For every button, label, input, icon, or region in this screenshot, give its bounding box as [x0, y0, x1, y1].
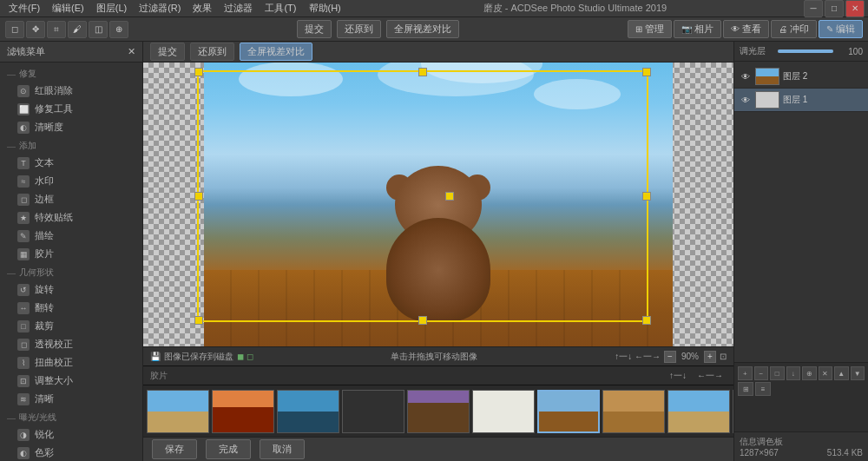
- filmstrip-thumb-0[interactable]: [147, 390, 209, 433]
- layer-visibility-2[interactable]: 👁: [740, 70, 752, 82]
- layer-item-1[interactable]: 👁 图层 1: [734, 89, 868, 112]
- zoom-out-btn[interactable]: −: [664, 351, 676, 363]
- info-row-dims: 信息调色板: [740, 436, 863, 448]
- filter-perspective[interactable]: ◻透视校正: [0, 335, 142, 353]
- handle-mid-left[interactable]: [194, 192, 203, 201]
- filter-clarity[interactable]: ◐清晰度: [0, 118, 142, 136]
- filter-distort[interactable]: ⌇扭曲校正: [0, 353, 142, 372]
- tool-brush[interactable]: 🖌: [68, 21, 87, 38]
- right-panel: 调光层 100 👁 图层 2 👁 图层 1 + −: [733, 42, 868, 461]
- layer-down-btn[interactable]: ▼: [851, 366, 865, 380]
- layer-menu-btn[interactable]: ≡: [755, 382, 771, 396]
- filter-redeye[interactable]: ⊙红眼消除: [0, 82, 142, 100]
- watermark-icon: ≈: [17, 175, 30, 188]
- compare-btn[interactable]: 全屏视差对比: [386, 20, 459, 38]
- prev-btn[interactable]: ↑一↓: [666, 370, 690, 382]
- filmstrip-thumb-3[interactable]: [342, 390, 404, 433]
- nav-edit[interactable]: ✎ 编辑: [819, 20, 863, 38]
- filmstrip-thumb-4[interactable]: [407, 390, 470, 433]
- menu-edit[interactable]: 编辑(E): [47, 2, 89, 15]
- layer-ungroup-btn[interactable]: ✕: [819, 366, 833, 380]
- filmstrip-thumb-6[interactable]: [537, 390, 600, 433]
- finish-btn[interactable]: 完成: [206, 439, 251, 459]
- canvas-workspace[interactable]: [143, 63, 733, 346]
- nav-photo[interactable]: 📷 相片: [674, 20, 721, 38]
- filter-flip[interactable]: ↔翻转: [0, 299, 142, 317]
- canvas-compare-btn[interactable]: 全屏视差对比: [240, 43, 312, 61]
- sticker-icon: ★: [17, 212, 30, 224]
- layer-settings-btn[interactable]: ⊞: [738, 382, 753, 396]
- filmstrip-thumb-1[interactable]: [212, 390, 274, 433]
- tool-crop[interactable]: ⌗: [47, 21, 66, 38]
- layer-add-btn[interactable]: +: [738, 366, 753, 380]
- layer-name-1: 图层 1: [783, 94, 863, 106]
- filter-sticker[interactable]: ★特效贴纸: [0, 208, 142, 227]
- layer-merge-btn[interactable]: ↓: [786, 366, 801, 380]
- tool-zoom[interactable]: ⊕: [109, 21, 128, 38]
- cancel-btn[interactable]: 取消: [260, 439, 305, 459]
- zoom-in-btn[interactable]: +: [704, 351, 716, 363]
- filmstrip-thumb-7[interactable]: [602, 390, 665, 433]
- close-btn[interactable]: ✕: [845, 0, 865, 17]
- tool-select[interactable]: ◻: [5, 21, 24, 38]
- nav-print[interactable]: 🖨 冲印: [771, 20, 817, 38]
- filter-rotate[interactable]: ↺旋转: [0, 280, 142, 299]
- menu-help[interactable]: 帮助(H): [304, 2, 346, 15]
- status-center: 单击并拖拽可移动图像: [260, 351, 608, 363]
- menu-layer[interactable]: 图层(L): [91, 2, 132, 15]
- filter-sharpen[interactable]: ◑锐化: [0, 425, 142, 444]
- handle-bot-left[interactable]: [194, 316, 203, 325]
- nav-view[interactable]: 👁 查看: [723, 20, 769, 38]
- layer-item-2[interactable]: 👁 图层 2: [734, 65, 868, 89]
- minimize-btn[interactable]: ─: [804, 0, 823, 17]
- filmstrip-thumb-9[interactable]: [733, 390, 733, 433]
- crop-icon: □: [17, 320, 30, 333]
- nav-manage[interactable]: ⊞ 管理: [628, 20, 672, 38]
- handle-top-left[interactable]: [194, 68, 203, 76]
- layer-up-btn[interactable]: ▲: [834, 366, 849, 380]
- menu-file[interactable]: 文件(F): [3, 2, 45, 15]
- menu-filters2[interactable]: 过滤器: [219, 2, 258, 15]
- layer-del-btn[interactable]: −: [754, 366, 769, 380]
- filter-crop[interactable]: □裁剪: [0, 317, 142, 335]
- up-btn[interactable]: ←一→: [694, 370, 727, 382]
- teddy-bear: [369, 166, 508, 322]
- menu-filter[interactable]: 过滤器(R): [134, 2, 186, 15]
- filmstrip-thumb-5[interactable]: [472, 390, 535, 433]
- layer-dup-btn[interactable]: □: [770, 366, 785, 380]
- layer-visibility-1[interactable]: 👁: [740, 94, 752, 106]
- canvas-revert-btn[interactable]: 还原到: [190, 43, 234, 61]
- filter-film[interactable]: ▦胶片: [0, 245, 142, 263]
- maximize-btn[interactable]: □: [825, 0, 844, 17]
- save-btn[interactable]: 保存: [152, 439, 197, 459]
- thumb-preview-8: [668, 391, 729, 432]
- canvas-submit-btn[interactable]: 提交: [150, 43, 185, 61]
- nav-arrows: ↑一↓ ←一→: [615, 351, 661, 363]
- close-panel-btn[interactable]: ✕: [128, 46, 135, 57]
- submit-btn[interactable]: 提交: [297, 20, 332, 38]
- filter-resize[interactable]: ⊡调整大小: [0, 372, 142, 390]
- opacity-slider-fill: [778, 49, 833, 53]
- menu-effects[interactable]: 效果: [187, 2, 217, 15]
- menu-bar: 文件(F) 编辑(E) 图层(L) 过滤器(R) 效果 过滤器 工具(T) 帮助…: [0, 0, 868, 17]
- opacity-slider[interactable]: [778, 49, 833, 53]
- filter-repair-tool[interactable]: ⬜修复工具: [0, 100, 142, 118]
- filter-text[interactable]: T文本: [0, 154, 142, 172]
- filmstrip-thumb-2[interactable]: [277, 390, 339, 433]
- teddy-body: [386, 218, 490, 322]
- tool-eraser[interactable]: ◫: [89, 21, 108, 38]
- filter-sharpen2[interactable]: ≋清晰: [0, 390, 142, 408]
- view-fit-btn[interactable]: ⊡: [720, 352, 727, 361]
- image-container: [143, 63, 733, 346]
- menu-tools[interactable]: 工具(T): [260, 2, 301, 15]
- filter-border[interactable]: ◻边框: [0, 190, 142, 208]
- filter-watermark[interactable]: ≈水印: [0, 172, 142, 190]
- filmstrip-thumb-8[interactable]: [667, 390, 730, 433]
- thumb-preview-6: [539, 392, 598, 431]
- revert-btn[interactable]: 还原到: [337, 20, 381, 38]
- filter-color[interactable]: ◐色彩: [0, 444, 142, 461]
- layer-thumb-1: [755, 91, 779, 109]
- layer-group-btn[interactable]: ⊕: [802, 366, 817, 380]
- tool-move[interactable]: ✥: [26, 21, 45, 38]
- filter-draw[interactable]: ✎描绘: [0, 227, 142, 245]
